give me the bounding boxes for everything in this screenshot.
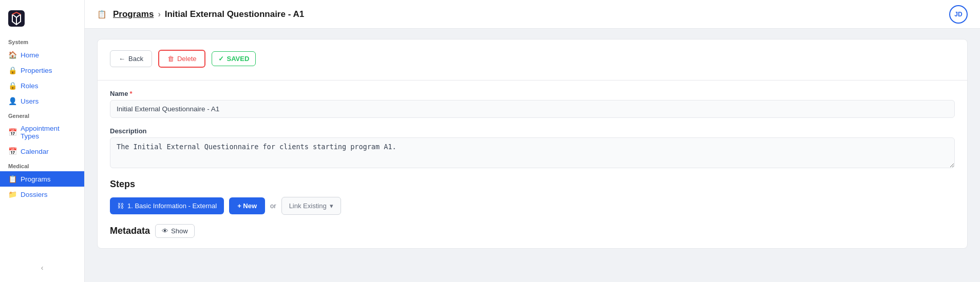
link-existing-button[interactable]: Link Existing ▾ (281, 197, 341, 215)
saved-badge: ✓ SAVED (212, 51, 256, 66)
name-required-marker: * (129, 90, 132, 97)
step-link-icon: ⛓ (117, 202, 124, 210)
toolbar-divider (98, 80, 967, 80)
name-input[interactable] (110, 100, 955, 118)
metadata-section: Metadata 👁 Show (110, 224, 955, 238)
check-icon: ✓ (218, 55, 224, 63)
sidebar-item-home[interactable]: 🏠 Home (0, 47, 84, 63)
trash-icon: 🗑 (167, 55, 174, 63)
breadcrumb-programs-icon: 📋 (97, 10, 107, 19)
user-icon: 👤 (8, 97, 16, 105)
lock-icon: 🔒 (8, 66, 16, 74)
sidebar: System 🏠 Home 🔒 Properties 🔒 Roles 👤 Use… (0, 0, 85, 282)
description-label: Description (110, 127, 955, 135)
metadata-show-button[interactable]: 👁 Show (155, 224, 195, 238)
main-card: ← Back 🗑 Delete ✓ SAVED Name * (97, 39, 968, 249)
breadcrumb: 📋 Programs › Initial External Questionna… (97, 9, 304, 19)
metadata-title: Metadata (110, 226, 150, 236)
description-textarea[interactable]: The Initial External Questionnaire for c… (110, 137, 955, 168)
action-toolbar: ← Back 🗑 Delete ✓ SAVED (110, 50, 955, 68)
home-icon: 🏠 (8, 51, 16, 59)
user-avatar[interactable]: JD (949, 5, 968, 24)
back-arrow-icon: ← (119, 55, 125, 63)
medical-section-label: Medical (0, 159, 84, 171)
general-section: General 📅 Appointment Types 📅 Calendar (0, 109, 84, 159)
sidebar-item-users[interactable]: 👤 Users (0, 93, 84, 109)
sidebar-item-dossiers[interactable]: 📁 Dossiers (0, 187, 84, 202)
main-area: 📋 Programs › Initial External Questionna… (85, 0, 980, 282)
name-field-group: Name * (110, 90, 955, 118)
name-label: Name * (110, 90, 955, 97)
calendar-icon: 📅 (8, 147, 16, 155)
page-header: 📋 Programs › Initial External Questionna… (85, 0, 980, 29)
dossiers-icon: 📁 (8, 190, 16, 198)
steps-row: ⛓ 1. Basic Information - External + New … (110, 197, 955, 215)
programs-breadcrumb-link[interactable]: Programs (113, 9, 154, 19)
breadcrumb-current-page: Initial External Questionnaire - A1 (165, 9, 304, 19)
content-area: ← Back 🗑 Delete ✓ SAVED Name * (85, 29, 980, 282)
sidebar-collapse-button[interactable]: ‹ (0, 259, 84, 276)
sidebar-item-calendar[interactable]: 📅 Calendar (0, 144, 84, 159)
programs-icon: 📋 (8, 175, 16, 183)
system-section: System 🏠 Home 🔒 Properties 🔒 Roles 👤 Use… (0, 35, 84, 109)
eye-icon: 👁 (162, 227, 168, 235)
medical-section: Medical 📋 Programs 📁 Dossiers (0, 159, 84, 202)
step-1-chip[interactable]: ⛓ 1. Basic Information - External (110, 197, 224, 214)
appointment-icon: 📅 (8, 128, 16, 136)
steps-title: Steps (110, 179, 955, 190)
new-step-button[interactable]: + New (229, 197, 265, 214)
app-logo-icon (8, 10, 25, 27)
general-section-label: General (0, 109, 84, 121)
chevron-down-icon: ▾ (330, 202, 333, 210)
sidebar-item-properties[interactable]: 🔒 Properties (0, 63, 84, 78)
steps-section: Steps ⛓ 1. Basic Information - External … (110, 179, 955, 215)
delete-button[interactable]: 🗑 Delete (158, 50, 206, 68)
breadcrumb-separator: › (158, 10, 160, 19)
description-field-group: Description The Initial External Questio… (110, 127, 955, 170)
sidebar-item-appointment-types[interactable]: 📅 Appointment Types (0, 121, 84, 144)
logo-container (0, 6, 84, 35)
back-button[interactable]: ← Back (110, 50, 152, 67)
steps-or-text: or (270, 202, 276, 210)
system-section-label: System (0, 35, 84, 47)
roles-icon: 🔒 (8, 82, 16, 90)
sidebar-item-roles[interactable]: 🔒 Roles (0, 78, 84, 93)
sidebar-item-programs[interactable]: 📋 Programs (0, 171, 84, 187)
